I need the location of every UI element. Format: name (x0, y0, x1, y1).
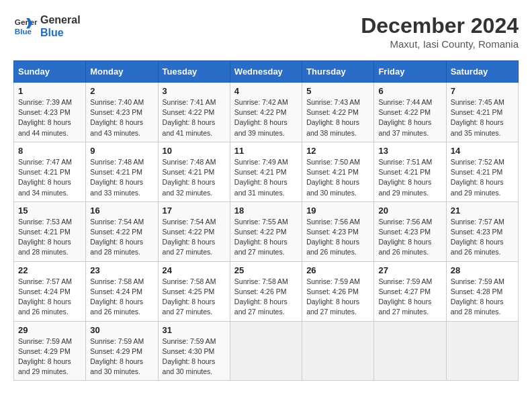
day-info: Sunrise: 7:48 AMSunset: 4:21 PMDaylight:… (90, 157, 153, 198)
day-number: 5 (306, 86, 369, 96)
day-number: 12 (306, 146, 369, 156)
day-info: Sunrise: 7:56 AMSunset: 4:23 PMDaylight:… (306, 217, 369, 258)
day-number: 24 (163, 265, 226, 275)
day-number: 19 (306, 205, 369, 216)
day-cell (446, 321, 518, 381)
day-info: Sunrise: 7:45 AMSunset: 4:21 PMDaylight:… (451, 97, 514, 138)
title-area: December 2024 Maxut, Iasi County, Romani… (361, 13, 519, 50)
day-info: Sunrise: 7:54 AMSunset: 4:22 PMDaylight:… (163, 217, 226, 258)
day-cell: 10 Sunrise: 7:48 AMSunset: 4:21 PMDaylig… (158, 142, 230, 201)
day-info: Sunrise: 7:57 AMSunset: 4:24 PMDaylight:… (18, 277, 81, 318)
day-number: 8 (18, 146, 81, 156)
day-info: Sunrise: 7:55 AMSunset: 4:22 PMDaylight:… (234, 217, 298, 258)
day-cell: 22 Sunrise: 7:57 AMSunset: 4:24 PMDaylig… (14, 261, 86, 321)
day-number: 4 (234, 86, 298, 96)
day-info: Sunrise: 7:50 AMSunset: 4:21 PMDaylight:… (306, 157, 369, 198)
calendar-table: SundayMondayTuesdayWednesdayThursdayFrid… (13, 60, 519, 381)
day-cell: 9 Sunrise: 7:48 AMSunset: 4:21 PMDayligh… (86, 142, 158, 201)
day-cell: 8 Sunrise: 7:47 AMSunset: 4:21 PMDayligh… (14, 142, 86, 201)
day-info: Sunrise: 7:59 AMSunset: 4:29 PMDaylight:… (90, 336, 153, 377)
weekday-header-row: SundayMondayTuesdayWednesdayThursdayFrid… (14, 61, 519, 83)
day-info: Sunrise: 7:43 AMSunset: 4:22 PMDaylight:… (306, 97, 369, 138)
week-row-3: 15 Sunrise: 7:53 AMSunset: 4:21 PMDaylig… (14, 201, 519, 261)
day-cell: 3 Sunrise: 7:41 AMSunset: 4:22 PMDayligh… (158, 83, 230, 142)
day-number: 6 (378, 86, 441, 96)
day-number: 17 (163, 205, 226, 216)
day-number: 9 (90, 146, 153, 156)
day-number: 1 (18, 86, 81, 96)
day-number: 25 (234, 265, 298, 275)
day-cell: 26 Sunrise: 7:59 AMSunset: 4:26 PMDaylig… (302, 261, 374, 321)
day-info: Sunrise: 7:42 AMSunset: 4:22 PMDaylight:… (234, 97, 298, 138)
day-cell: 16 Sunrise: 7:54 AMSunset: 4:22 PMDaylig… (86, 201, 158, 261)
logo-line1: General (40, 13, 81, 26)
month-title: December 2024 (361, 13, 519, 38)
day-cell: 19 Sunrise: 7:56 AMSunset: 4:23 PMDaylig… (302, 201, 374, 261)
day-number: 15 (18, 205, 81, 216)
day-cell: 21 Sunrise: 7:57 AMSunset: 4:23 PMDaylig… (446, 201, 518, 261)
day-cell: 1 Sunrise: 7:39 AMSunset: 4:23 PMDayligh… (14, 83, 86, 142)
day-cell: 29 Sunrise: 7:59 AMSunset: 4:29 PMDaylig… (14, 321, 86, 381)
location-subtitle: Maxut, Iasi County, Romania (361, 38, 519, 50)
day-number: 31 (163, 325, 226, 335)
day-number: 30 (90, 325, 153, 335)
day-info: Sunrise: 7:49 AMSunset: 4:21 PMDaylight:… (234, 157, 298, 198)
day-cell: 11 Sunrise: 7:49 AMSunset: 4:21 PMDaylig… (230, 142, 302, 201)
day-info: Sunrise: 7:51 AMSunset: 4:21 PMDaylight:… (378, 157, 441, 198)
day-cell: 17 Sunrise: 7:54 AMSunset: 4:22 PMDaylig… (158, 201, 230, 261)
week-row-4: 22 Sunrise: 7:57 AMSunset: 4:24 PMDaylig… (14, 261, 519, 321)
day-cell: 12 Sunrise: 7:50 AMSunset: 4:21 PMDaylig… (302, 142, 374, 201)
day-info: Sunrise: 7:58 AMSunset: 4:26 PMDaylight:… (234, 277, 298, 318)
day-number: 14 (451, 146, 514, 156)
day-number: 11 (234, 146, 298, 156)
day-info: Sunrise: 7:54 AMSunset: 4:22 PMDaylight:… (90, 217, 153, 258)
week-row-1: 1 Sunrise: 7:39 AMSunset: 4:23 PMDayligh… (14, 83, 519, 142)
day-info: Sunrise: 7:48 AMSunset: 4:21 PMDaylight:… (163, 157, 226, 198)
day-cell: 5 Sunrise: 7:43 AMSunset: 4:22 PMDayligh… (302, 83, 374, 142)
header: General Blue General Blue December 2024 … (13, 13, 519, 50)
day-number: 10 (163, 146, 226, 156)
week-row-5: 29 Sunrise: 7:59 AMSunset: 4:29 PMDaylig… (14, 321, 519, 381)
logo-icon: General Blue (13, 14, 38, 38)
day-cell: 6 Sunrise: 7:44 AMSunset: 4:22 PMDayligh… (374, 83, 446, 142)
day-number: 2 (90, 86, 153, 96)
day-number: 16 (90, 205, 153, 216)
day-info: Sunrise: 7:41 AMSunset: 4:22 PMDaylight:… (163, 97, 226, 138)
day-number: 7 (451, 86, 514, 96)
day-info: Sunrise: 7:59 AMSunset: 4:28 PMDaylight:… (451, 277, 514, 318)
day-cell: 28 Sunrise: 7:59 AMSunset: 4:28 PMDaylig… (446, 261, 518, 321)
day-info: Sunrise: 7:53 AMSunset: 4:21 PMDaylight:… (18, 217, 81, 258)
weekday-header-sunday: Sunday (14, 61, 86, 83)
day-number: 3 (163, 86, 226, 96)
day-number: 26 (306, 265, 369, 275)
day-cell: 25 Sunrise: 7:58 AMSunset: 4:26 PMDaylig… (230, 261, 302, 321)
day-cell: 23 Sunrise: 7:58 AMSunset: 4:24 PMDaylig… (86, 261, 158, 321)
day-cell: 15 Sunrise: 7:53 AMSunset: 4:21 PMDaylig… (14, 201, 86, 261)
day-info: Sunrise: 7:39 AMSunset: 4:23 PMDaylight:… (18, 97, 81, 138)
day-cell: 24 Sunrise: 7:58 AMSunset: 4:25 PMDaylig… (158, 261, 230, 321)
day-info: Sunrise: 7:58 AMSunset: 4:24 PMDaylight:… (90, 277, 153, 318)
day-cell: 14 Sunrise: 7:52 AMSunset: 4:21 PMDaylig… (446, 142, 518, 201)
day-cell: 13 Sunrise: 7:51 AMSunset: 4:21 PMDaylig… (374, 142, 446, 201)
svg-text:General: General (15, 17, 38, 26)
day-cell: 31 Sunrise: 7:59 AMSunset: 4:30 PMDaylig… (158, 321, 230, 381)
day-info: Sunrise: 7:59 AMSunset: 4:27 PMDaylight:… (378, 277, 441, 318)
logo-line2: Blue (40, 26, 81, 39)
day-cell: 27 Sunrise: 7:59 AMSunset: 4:27 PMDaylig… (374, 261, 446, 321)
day-number: 21 (451, 205, 514, 216)
day-info: Sunrise: 7:59 AMSunset: 4:29 PMDaylight:… (18, 336, 81, 377)
weekday-header-thursday: Thursday (302, 61, 374, 83)
weekday-header-tuesday: Tuesday (158, 61, 230, 83)
day-info: Sunrise: 7:52 AMSunset: 4:21 PMDaylight:… (451, 157, 514, 198)
weekday-header-saturday: Saturday (446, 61, 518, 83)
day-cell (230, 321, 302, 381)
day-cell (374, 321, 446, 381)
day-number: 13 (378, 146, 441, 156)
day-number: 28 (451, 265, 514, 275)
day-cell: 20 Sunrise: 7:56 AMSunset: 4:23 PMDaylig… (374, 201, 446, 261)
day-cell: 7 Sunrise: 7:45 AMSunset: 4:21 PMDayligh… (446, 83, 518, 142)
day-number: 18 (234, 205, 298, 216)
day-cell (302, 321, 374, 381)
day-cell: 30 Sunrise: 7:59 AMSunset: 4:29 PMDaylig… (86, 321, 158, 381)
day-cell: 4 Sunrise: 7:42 AMSunset: 4:22 PMDayligh… (230, 83, 302, 142)
